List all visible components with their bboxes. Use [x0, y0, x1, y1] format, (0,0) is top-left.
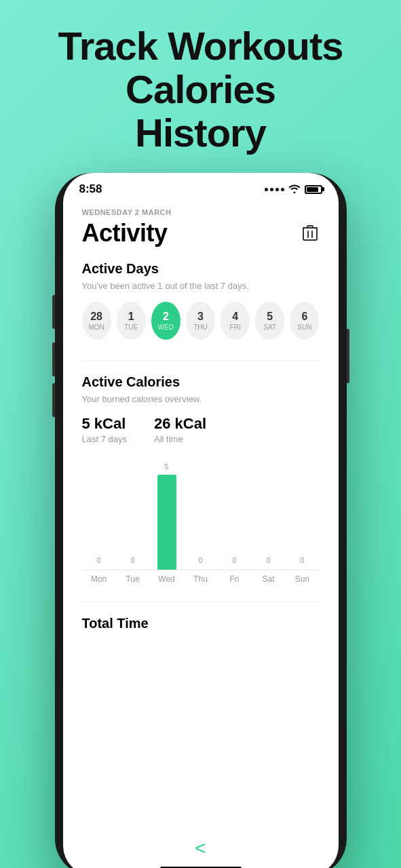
total-time-title: Total Time	[82, 616, 320, 631]
date-label: WEDNESDAY 2 MARCH	[82, 208, 320, 216]
hero-line3: History	[58, 111, 343, 155]
svg-rect-0	[303, 228, 317, 240]
calories-stat-0: 5 kCal Last 7 days	[82, 415, 128, 444]
bar-col-sat: 0	[252, 556, 286, 570]
hero-title-block: Track Workouts Calories History	[58, 24, 343, 154]
calories-subtitle: Your burned calories overview.	[82, 394, 320, 404]
calories-stat-1: 26 kCal All time	[154, 415, 206, 444]
day-bubble-fri[interactable]: 4 FRI	[221, 302, 250, 340]
phone-screen: 8:58 WEDNESDAY 2 MA	[63, 173, 339, 868]
bar-col-wed: 5	[150, 462, 184, 570]
active-days-title: Active Days	[82, 261, 320, 277]
bar-col-thu: 0	[184, 556, 218, 570]
calories-title: Active Calories	[82, 374, 320, 390]
bar-col-tue: 0	[116, 556, 150, 570]
calories-stats: 5 kCal Last 7 days 26 kCal All time	[82, 415, 320, 444]
day-bubble-thu[interactable]: 3 THU	[186, 302, 215, 340]
days-row: 28 MON 1 TUE 2 WED 3 THU 4 FRI 5 SAT 6 S…	[82, 302, 320, 340]
calories-section: Active Calories Your burned calories ove…	[82, 374, 320, 591]
hero-line1: Track Workouts	[58, 24, 343, 68]
chart-labels: MonTueWedThuFriSatSun	[82, 574, 320, 584]
day-bubble-sun[interactable]: 6 SUN	[290, 302, 319, 340]
total-time-section: Total Time	[82, 601, 320, 631]
status-icons	[265, 184, 322, 195]
signal-icon	[265, 188, 284, 191]
status-time: 8:58	[79, 182, 102, 196]
bar-col-sun: 0	[286, 556, 320, 570]
day-bubble-tue[interactable]: 1 TUE	[117, 302, 146, 340]
status-bar: 8:58	[63, 173, 339, 201]
wifi-icon	[288, 184, 301, 195]
bottom-nav: <	[63, 832, 339, 865]
battery-icon	[305, 185, 322, 194]
bar-col-mon: 0	[82, 556, 116, 570]
page-title: Activity	[82, 219, 168, 248]
day-bubble-wed[interactable]: 2 WED	[151, 302, 180, 340]
day-bubble-sat[interactable]: 5 SAT	[255, 302, 284, 340]
app-content[interactable]: WEDNESDAY 2 MARCH Activity Active Days Y…	[63, 201, 339, 868]
delete-button[interactable]	[301, 222, 320, 244]
phone-frame: 8:58 WEDNESDAY 2 MA	[55, 173, 347, 868]
day-bubble-mon[interactable]: 28 MON	[82, 302, 111, 340]
active-days-subtitle: You've been active 1 out of the last 7 d…	[82, 281, 320, 291]
back-button[interactable]: <	[181, 832, 219, 865]
page-header: Activity	[82, 219, 320, 248]
bar-col-fri: 0	[218, 556, 252, 570]
hero-line2: Calories	[58, 68, 343, 111]
chart-bars: 0050000	[82, 455, 320, 570]
calories-chart: 0050000 MonTueWedThuFriSatSun	[82, 455, 320, 591]
